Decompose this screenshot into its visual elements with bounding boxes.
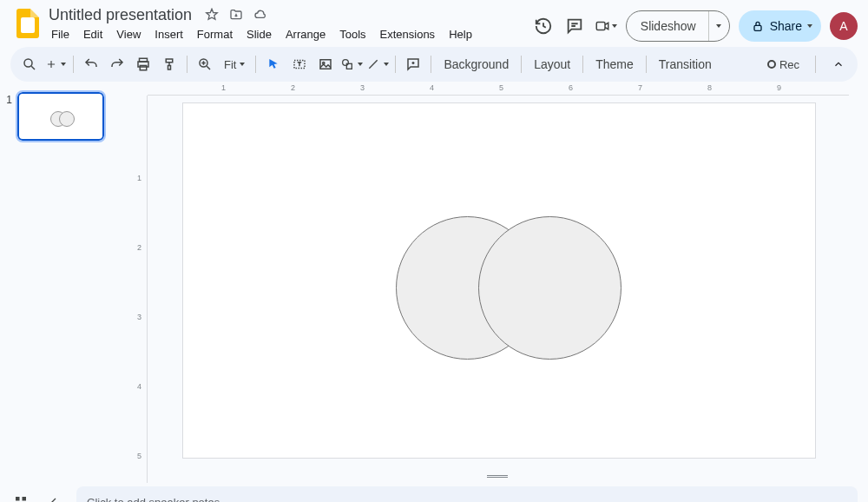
separator [646,56,647,73]
svg-rect-8 [320,60,331,69]
transition-button[interactable]: Transition [652,52,719,76]
separator [187,56,187,73]
lock-icon [751,19,765,33]
title-row: Untitled presentation [45,5,532,24]
zoom-icon[interactable] [193,52,217,76]
svg-rect-0 [596,23,605,30]
menu-edit[interactable]: Edit [77,26,108,43]
menu-bar: File Edit View Insert Format Slide Arran… [45,24,532,43]
shape-icon[interactable] [339,52,364,76]
menu-extensions[interactable]: Extensions [374,26,442,43]
comment-add-icon[interactable] [401,52,425,76]
separator [815,56,816,73]
slides-logo[interactable] [16,9,39,38]
toolbar-wrap: Fit Background Layout Theme Transition R… [0,43,868,82]
explore-collapse-icon[interactable] [43,492,64,502]
separator [521,56,522,73]
doc-title[interactable]: Untitled presentation [45,6,195,24]
layout-button[interactable]: Layout [527,52,577,76]
meet-icon[interactable] [595,15,617,37]
comment-icon[interactable] [563,15,586,37]
svg-rect-1 [754,25,761,30]
menu-file[interactable]: File [45,26,76,43]
menu-help[interactable]: Help [443,26,478,43]
rec-button[interactable]: Rec [762,52,805,76]
undo-icon[interactable] [79,52,103,76]
select-tool-icon[interactable] [261,52,286,76]
redo-icon[interactable] [105,52,129,76]
grid-view-icon[interactable] [10,492,31,502]
menu-arrange[interactable]: Arrange [279,26,332,43]
header-right: Slideshow Share A [532,5,858,42]
title-area: Untitled presentation File Edit View Ins… [45,5,532,43]
notes-resize-handle[interactable] [487,475,508,478]
svg-rect-13 [23,497,27,501]
zoom-select[interactable]: Fit [219,52,250,76]
svg-point-10 [343,60,349,66]
ruler-vertical[interactable]: 1 2 3 4 5 [134,96,148,483]
canvas-area: 1 1 2 3 4 5 6 7 8 9 1 2 3 4 5 [127,82,868,483]
thumbnail-panel: 1 [0,82,127,483]
app-header: Untitled presentation File Edit View Ins… [0,0,868,43]
toolbar: Fit Background Layout Theme Transition R… [10,47,858,82]
thumb-number: 1 [0,92,17,483]
share-label: Share [770,19,802,33]
logo-column [10,5,45,38]
slideshow-dropdown[interactable] [708,11,729,41]
search-menus-icon[interactable] [17,52,42,76]
separator [395,56,396,73]
menu-tools[interactable]: Tools [333,26,372,43]
slide-canvas[interactable] [182,102,816,459]
workspace: 1 1 1 2 3 4 5 6 7 8 9 1 2 3 4 5 [0,82,868,483]
star-icon[interactable] [204,7,220,23]
separator [73,56,74,73]
toolbar-right: Rec [762,52,851,76]
move-folder-icon[interactable] [228,7,244,23]
bottom-bar: Click to add speaker notes [0,483,868,502]
menu-insert[interactable]: Insert [148,26,189,43]
background-button[interactable]: Background [437,52,516,76]
textbox-icon[interactable] [287,52,312,76]
menu-slide[interactable]: Slide [240,26,278,43]
slide-thumbnail-1[interactable] [17,92,104,141]
separator [255,56,256,73]
line-icon[interactable] [365,52,390,76]
share-dropdown-icon [807,24,812,28]
history-icon[interactable] [532,15,555,37]
print-icon[interactable] [131,52,155,76]
collapse-toolbar-icon[interactable] [826,52,851,76]
menu-format[interactable]: Format [191,26,239,43]
menu-view[interactable]: View [110,26,147,43]
share-button[interactable]: Share [739,10,821,42]
image-icon[interactable] [313,52,338,76]
svg-point-2 [24,59,32,67]
new-slide-button[interactable] [43,52,68,76]
slideshow-label: Slideshow [627,19,708,33]
notes-placeholder: Click to add speaker notes [87,496,220,503]
account-avatar[interactable]: A [830,12,858,40]
speaker-notes-input[interactable]: Click to add speaker notes [76,486,858,502]
ruler-horizontal[interactable]: 1 1 2 3 4 5 6 7 8 9 [148,82,849,96]
separator [582,56,583,73]
svg-rect-12 [16,497,20,501]
oval-shape-2[interactable] [478,216,621,360]
slideshow-button[interactable]: Slideshow [626,10,730,42]
separator [431,56,431,73]
paint-format-icon[interactable] [157,52,181,76]
record-icon [767,60,776,69]
theme-button[interactable]: Theme [589,52,641,76]
cloud-status-icon[interactable] [253,7,268,23]
thumb-circle-2 [59,111,75,127]
